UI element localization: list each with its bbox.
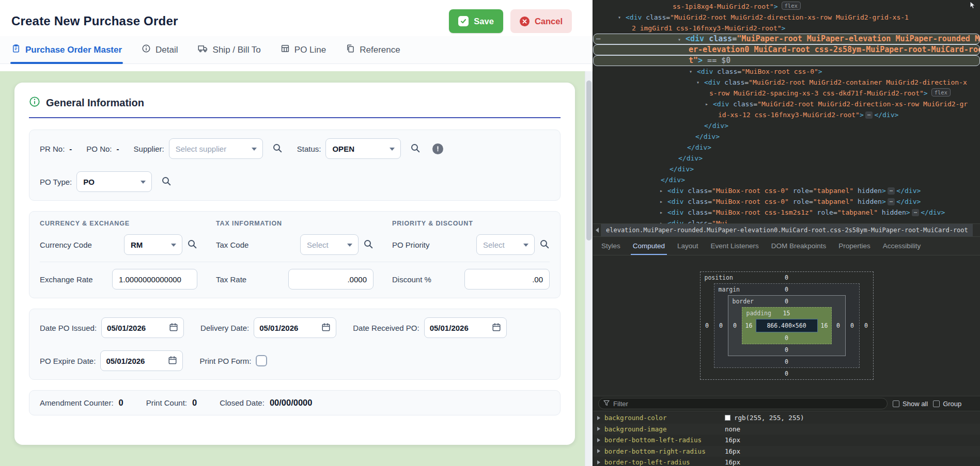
exchange-rate-input[interactable] — [112, 269, 197, 290]
dom-tree-row[interactable]: ▸<div class="MuiBox-root css-0" role="ta… — [593, 196, 980, 207]
delivery-date-input[interactable]: 05/01/2026 — [254, 317, 336, 338]
dom-tree-row[interactable]: ▸<div class="MuiGrid2-root MuiGrid2-dire… — [593, 99, 980, 109]
box-model-margin-ring[interactable]: margin 0 0 0 0 border 0 0 0 0 padding 15 — [714, 283, 860, 368]
computed-property-row[interactable]: background-color rgb(255, 255, 255) — [593, 412, 980, 424]
dom-tree-row[interactable]: </div> — [593, 164, 980, 174]
po-type-select[interactable]: PO — [76, 171, 152, 192]
dom-tree-row[interactable]: ss-1pi8xg4-MuiGrid2-root">flex — [593, 1, 980, 12]
expand-arrow-icon[interactable]: ▸ — [660, 185, 663, 196]
dom-tree-row[interactable]: id-xs-12 css-16fnxy3-MuiGrid2-root">⋯</d… — [593, 109, 980, 120]
supplier-search-button[interactable] — [272, 143, 283, 155]
tab-label: PO Line — [294, 45, 326, 55]
tab-po-line[interactable]: PO Line — [281, 36, 326, 63]
show-all-toggle[interactable]: Show all — [893, 400, 928, 408]
dom-tree-row[interactable]: ▸<div class="Mui — [593, 218, 980, 223]
dom-tree-row[interactable]: ▾<div class="MuiGrid2-root MuiGrid2-dire… — [593, 12, 980, 23]
po-type-search-button[interactable] — [161, 176, 172, 188]
ellipsis-expander[interactable]: ⋯ — [888, 198, 895, 205]
date-received-po-input[interactable]: 05/01/2026 — [424, 317, 507, 338]
supplier-select[interactable]: Select supplier — [169, 138, 263, 159]
dom-tree-row[interactable]: ▸<div class="MuiBox-root css-1sm2s1z" ro… — [593, 207, 980, 218]
dom-tree-row[interactable]: ▸<div class="MuiBox-root css-0" role="ta… — [593, 185, 980, 196]
scrollbar-thumb[interactable] — [586, 81, 592, 240]
chevron-right-icon[interactable] — [597, 460, 600, 464]
currency-search-button[interactable] — [187, 239, 197, 251]
expand-arrow-icon[interactable]: ▸ — [705, 99, 708, 109]
filter-input[interactable]: Filter — [598, 398, 888, 409]
dom-tree-row[interactable]: s-row MuiGrid2-spacing-xs-3 css-dkd71f-M… — [593, 88, 980, 99]
calendar-icon[interactable] — [168, 356, 177, 366]
chevron-right-icon[interactable] — [597, 449, 600, 453]
box-model-content[interactable]: 866.400×560 — [756, 319, 818, 332]
box-model-border-ring[interactable]: border 0 0 0 0 padding 15 16 16 0 866.40… — [728, 295, 846, 356]
collapse-arrow-icon[interactable]: ▾ — [618, 12, 621, 23]
dom-tree-row[interactable]: </div> — [593, 120, 980, 131]
discount-input[interactable] — [464, 269, 550, 290]
status-select[interactable]: OPEN — [325, 138, 401, 159]
expand-arrow-icon[interactable]: ▸ — [660, 207, 663, 218]
dom-tree-row[interactable]: </div> — [593, 131, 980, 142]
dom-tree-row[interactable]: </div> — [593, 142, 980, 153]
chevron-right-icon[interactable] — [597, 438, 600, 442]
expand-arrow-icon[interactable]: ▸ — [660, 196, 663, 207]
dom-tree-row[interactable]: ▾<div class="MuiBox-root css-0"> — [593, 66, 980, 77]
dom-tree-row[interactable]: t"> == $0 — [593, 55, 980, 66]
calendar-icon[interactable] — [169, 323, 178, 333]
collapse-arrow-icon[interactable]: ▾ — [689, 66, 692, 77]
tab-layout[interactable]: Layout — [671, 237, 705, 255]
computed-property-row[interactable]: border-bottom-right-radius 16px — [593, 446, 980, 457]
computed-property-row[interactable]: border-bottom-left-radius 16px — [593, 435, 980, 446]
tax-code-search-button[interactable] — [363, 239, 374, 251]
currency-code-select[interactable]: RM — [124, 234, 182, 255]
ellipsis-expander[interactable]: ⋯ — [888, 187, 895, 195]
tab-detail[interactable]: Detail — [142, 36, 178, 63]
dom-tree-row[interactable]: ▾<div class="MuiGrid2-root MuiGrid2-cont… — [593, 77, 980, 88]
date-po-issued-input[interactable]: 05/01/2026 — [101, 317, 184, 338]
tab-event-listeners[interactable]: Event Listeners — [705, 237, 765, 255]
dom-tree-row[interactable]: er-elevation0 MuiCard-root css-2s58ym-Mu… — [593, 44, 980, 55]
cancel-button[interactable]: Cancel — [510, 9, 572, 33]
tab-dom-breakpoints[interactable]: DOM Breakpoints — [765, 237, 833, 255]
po-priority-search-button[interactable] — [539, 239, 550, 251]
tab-computed[interactable]: Computed — [627, 237, 671, 255]
dom-tree-row[interactable]: </div> — [593, 153, 980, 164]
computed-property-row[interactable]: background-image none — [593, 424, 980, 435]
ellipsis-expander[interactable]: ⋯ — [865, 111, 873, 119]
tab-properties[interactable]: Properties — [832, 237, 877, 255]
tab-ship-bill-to[interactable]: Ship / Bill To — [198, 36, 261, 63]
node-menu-icon[interactable]: ⋯ — [596, 34, 601, 44]
print-po-form-checkbox[interactable] — [256, 355, 267, 366]
calendar-icon[interactable] — [321, 323, 331, 333]
tab-purchase-order-master[interactable]: Purchase Order Master — [11, 36, 122, 63]
breadcrumb-scroll-left-button[interactable] — [593, 224, 601, 236]
flex-badge[interactable]: flex — [782, 2, 801, 10]
tax-rate-input[interactable] — [288, 269, 374, 290]
tab-styles[interactable]: Styles — [595, 237, 627, 255]
tab-reference[interactable]: Reference — [346, 36, 400, 63]
dom-tree-row[interactable]: ⋯▾<div class="MuiPaper-root MuiPaper-ele… — [593, 34, 980, 44]
po-priority-select[interactable]: Select — [476, 234, 535, 255]
dom-tree-row[interactable]: 2 imgGird1 css-16fnxy3-MuiGrid2-root"> — [593, 23, 980, 34]
collapse-arrow-icon[interactable]: ▾ — [696, 77, 699, 88]
box-model-padding-ring[interactable]: padding 15 16 16 0 866.400×560 — [742, 307, 832, 344]
tab-accessibility[interactable]: Accessibility — [877, 237, 927, 255]
po-expire-date-input[interactable]: 05/01/2026 — [100, 350, 183, 371]
box-model-position-ring[interactable]: position 0 0 0 0 margin 0 0 0 0 border 0… — [700, 271, 874, 380]
group-checkbox[interactable] — [933, 400, 940, 407]
status-search-button[interactable] — [410, 143, 421, 155]
flex-badge[interactable]: flex — [931, 88, 951, 97]
vertical-scrollbar[interactable] — [585, 71, 593, 466]
show-all-checkbox[interactable] — [893, 400, 899, 407]
chevron-right-icon[interactable] — [597, 416, 600, 420]
ellipsis-expander[interactable]: ⋯ — [912, 209, 920, 216]
collapse-arrow-icon[interactable]: ▾ — [678, 34, 681, 44]
expand-arrow-icon[interactable]: ▸ — [660, 218, 663, 223]
computed-property-row[interactable]: border-top-left-radius 16px — [593, 457, 980, 466]
tax-code-select[interactable]: Select — [300, 234, 359, 255]
dom-tree-row[interactable]: </div> — [593, 174, 980, 185]
breadcrumb-selected-node[interactable]: elevation.MuiPaper-rounded.MuiPaper-elev… — [601, 224, 973, 236]
save-button[interactable]: Save — [449, 9, 503, 33]
calendar-icon[interactable] — [492, 323, 501, 333]
chevron-right-icon[interactable] — [597, 427, 600, 431]
group-toggle[interactable]: Group — [933, 400, 961, 408]
